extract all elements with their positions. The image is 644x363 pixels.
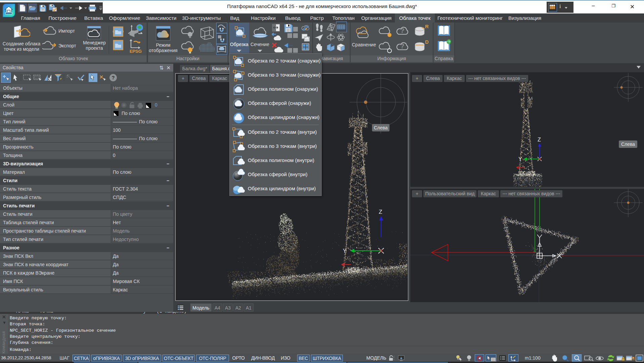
svg-text:Y: Y xyxy=(343,248,347,254)
svg-text:?: ? xyxy=(400,27,404,34)
svg-text:?: ? xyxy=(400,42,404,50)
svg-text:Z: Z xyxy=(538,137,541,143)
svg-text:D: D xyxy=(425,40,428,45)
svg-text:R: R xyxy=(425,24,428,29)
svg-text:Y: Y xyxy=(518,156,522,162)
svg-text:Z: Z xyxy=(379,209,382,215)
